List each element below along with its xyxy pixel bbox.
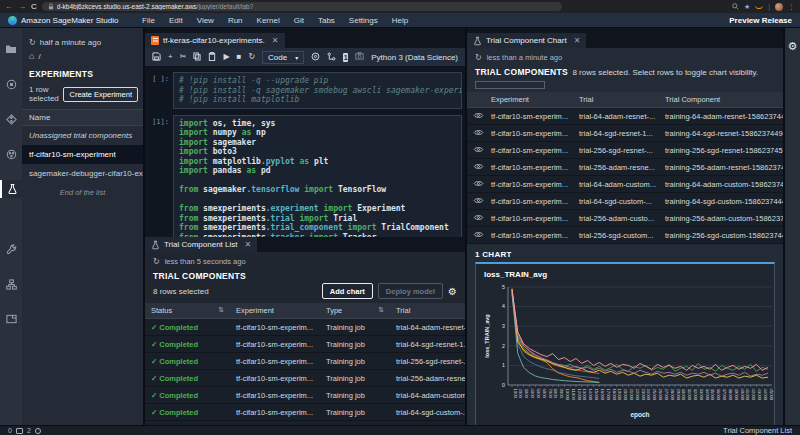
git-icon[interactable]	[0, 110, 22, 128]
close-icon[interactable]: ✕	[272, 36, 279, 45]
menu-run[interactable]: Run	[222, 14, 249, 27]
save-icon[interactable]	[152, 52, 161, 63]
paste-icon[interactable]	[208, 52, 216, 63]
status-cell: ✓ Completed	[145, 404, 230, 421]
run-icon[interactable]: ▶	[223, 53, 229, 61]
table-row[interactable]: ✓ Completedtf-cifar10-sm-experim...Train…	[145, 387, 465, 404]
amazon-extension-icon[interactable]	[755, 5, 763, 9]
browser-reload-icon[interactable]: C	[31, 3, 37, 11]
table-row[interactable]: tf-cifar10-sm-experim...trial-64-sgd-cus…	[467, 193, 783, 210]
table-row[interactable]: tf-cifar10-sm-experim...trial-64-adam-cu…	[467, 176, 783, 193]
table-row[interactable]: ✓ Completedtf-cifar10-sm-experim...Train…	[145, 353, 465, 370]
notebook-cells[interactable]: [ ]:# !pip install -q --upgrade pip# !pi…	[145, 67, 465, 237]
diff-icon[interactable]	[327, 52, 336, 63]
cell-type-dropdown[interactable]: Code ▾	[262, 51, 304, 64]
bookmark-star-icon[interactable]: ★	[744, 3, 750, 11]
loss-chart-card[interactable]: loss_TRAIN_avg 012345loss_TRAIN_avg10002…	[475, 262, 775, 425]
eye-icon[interactable]	[467, 193, 485, 210]
restart-kernel-icon[interactable]: ↻	[248, 53, 255, 61]
close-icon[interactable]: ✕	[245, 240, 252, 249]
menu-tabs[interactable]: Tabs	[312, 14, 341, 27]
menu-edit[interactable]: Edit	[163, 14, 189, 27]
column-header-trial[interactable]: Trial	[390, 303, 465, 319]
notebook-cell[interactable]: [1]:import os, time, sysimport numpy as …	[147, 115, 462, 238]
table-row[interactable]: tf-cifar10-sm-experim...trial-256-adam-c…	[467, 210, 783, 227]
table-row[interactable]: ✓ Completedtf-cifar10-sm-experim...Train…	[145, 336, 465, 353]
kernels-count[interactable]: 2	[27, 427, 31, 434]
browser-forward-icon[interactable]: →	[18, 3, 26, 11]
column-header-status[interactable]: Status⇅	[145, 303, 230, 319]
create-experiment-button[interactable]: Create Experiment	[63, 87, 138, 102]
cell-editor[interactable]: # !pip install -q --upgrade pip# !pip in…	[173, 72, 462, 109]
sort-icon[interactable]: ⇅	[218, 306, 224, 314]
checkpoint-icon[interactable]	[311, 52, 320, 63]
menu-help[interactable]: Help	[386, 14, 414, 27]
browser-back-icon[interactable]: ←	[5, 3, 13, 11]
column-header-experiment[interactable]: Experiment	[230, 303, 320, 319]
table-row[interactable]: tf-cifar10-sm-experim...trial-256-sgd-cu…	[467, 227, 783, 244]
notebook-cell[interactable]: [ ]:# !pip install -q --upgrade pip# !pi…	[147, 72, 462, 109]
table-row[interactable]: ✓ Completedtf-cifar10-sm-experim...Train…	[145, 319, 465, 336]
eye-icon[interactable]	[467, 125, 485, 142]
column-header-type[interactable]: Type⇅	[320, 303, 390, 319]
add-cell-icon[interactable]: +	[168, 53, 173, 61]
eye-icon[interactable]	[467, 210, 485, 227]
menu-settings[interactable]: Settings	[343, 14, 384, 27]
wrench-settings-icon[interactable]	[0, 240, 22, 258]
filter-input[interactable]	[475, 81, 545, 89]
gear-icon[interactable]: ⚙	[448, 286, 457, 297]
eye-icon[interactable]	[467, 159, 485, 176]
refresh-icon[interactable]: ↻	[475, 53, 482, 62]
browser-menu-icon[interactable]: ⋮	[788, 3, 795, 11]
table-row[interactable]: tf-cifar10-sm-experim...trial-64-sgd-res…	[467, 125, 783, 142]
close-icon[interactable]: ✕	[574, 36, 581, 45]
gear-icon[interactable]: ⚙	[788, 40, 798, 425]
experiment-row[interactable]: sagemaker-debugger-cifar10-experiment	[22, 164, 143, 183]
copy-icon[interactable]	[193, 52, 201, 63]
column-header-trial[interactable]: Trial	[573, 92, 659, 108]
trial-component-chart-tab[interactable]: Trial Component Chart ✕	[467, 33, 586, 48]
eye-icon[interactable]	[467, 142, 485, 159]
experiment-row[interactable]: tf-cifar10-sm-experiment	[22, 145, 143, 164]
eye-icon[interactable]	[467, 108, 485, 125]
name-column-header[interactable]: Name	[22, 109, 143, 126]
notebook-tab[interactable]: tf-keras-cifar10-experiments. ✕	[145, 33, 285, 48]
stop-icon[interactable]: ■	[237, 53, 242, 61]
cell-editor[interactable]: import os, time, sysimport numpy as npim…	[173, 115, 462, 238]
trial-component-list-tab[interactable]: Trial Component List ✕	[145, 237, 257, 252]
browser-avatar[interactable]	[775, 3, 783, 11]
experiment-row[interactable]: Unassigned trial components	[22, 126, 143, 145]
menu-kernel[interactable]: Kernel	[251, 14, 286, 27]
eye-icon[interactable]	[467, 227, 485, 244]
terminals-count[interactable]: 0	[8, 427, 12, 434]
menu-git[interactable]: Git	[288, 14, 310, 27]
column-header-experiment[interactable]: Experiment	[485, 92, 573, 108]
snapshot-camera-icon[interactable]	[355, 52, 364, 62]
table-row[interactable]: tf-cifar10-sm-experim...trial-256-adam-r…	[467, 159, 783, 176]
experiments-flask-icon[interactable]	[0, 180, 22, 198]
refresh-icon[interactable]: ↻	[153, 257, 160, 266]
search-icon[interactable]	[732, 3, 739, 10]
menu-file[interactable]: File	[136, 14, 161, 27]
console-badge-icon[interactable]: 1	[343, 53, 348, 62]
table-row[interactable]: tf-cifar10-sm-experim...trial-256-sgd-re…	[467, 142, 783, 159]
running-kernels-icon[interactable]	[0, 75, 22, 93]
file-browser-icon[interactable]	[0, 40, 22, 58]
eye-icon[interactable]	[467, 176, 485, 193]
refresh-icon[interactable]: ↻	[29, 38, 36, 47]
column-header-trial-component[interactable]: Trial Component	[659, 92, 783, 108]
registry-network-icon[interactable]	[0, 275, 22, 293]
table-row[interactable]: tf-cifar10-sm-experim...trial-64-adam-re…	[467, 108, 783, 125]
deploy-model-button[interactable]: Deploy model	[378, 283, 443, 299]
address-bar[interactable]: d-kb4bj6zkcevs.studio.us-east-2.sagemake…	[42, 2, 562, 11]
commands-palette-icon[interactable]	[0, 145, 22, 163]
menu-view[interactable]: View	[191, 14, 220, 27]
kernel-name[interactable]: Python 3 (Data Science)	[371, 53, 458, 62]
table-row[interactable]: ✓ Completedtf-cifar10-sm-experim...Train…	[145, 404, 465, 421]
add-chart-button[interactable]: Add chart	[322, 283, 373, 299]
cut-icon[interactable]: ✂	[180, 53, 187, 61]
sort-icon[interactable]: ⇅	[378, 306, 384, 314]
table-row[interactable]: ✓ Completedtf-cifar10-sm-experim...Train…	[145, 370, 465, 387]
home-icon[interactable]: ⌂	[29, 51, 34, 61]
open-tabs-icon[interactable]	[0, 310, 22, 328]
